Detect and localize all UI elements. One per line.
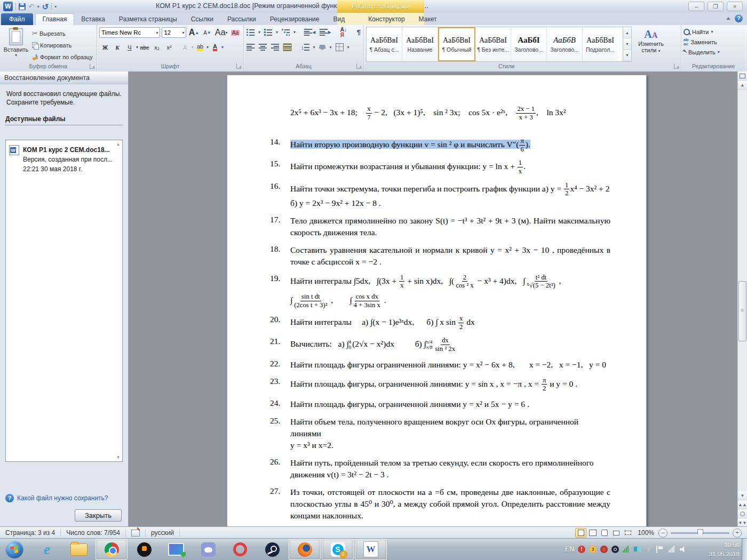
usb-safely-remove-icon[interactable] bbox=[645, 546, 653, 553]
language-indicator[interactable]: русский bbox=[146, 529, 180, 537]
which-file-help-link[interactable]: ? Какой файл нужно сохранить? bbox=[0, 492, 128, 505]
bullets-button[interactable] bbox=[246, 28, 255, 36]
restore-button[interactable]: ❐ bbox=[708, 2, 724, 11]
format-painter-button[interactable]: Формат по образцу bbox=[32, 51, 94, 62]
taskbar-file-explorer[interactable] bbox=[63, 539, 95, 560]
action-center-flag-icon[interactable] bbox=[656, 546, 665, 553]
alert-tray-icon[interactable]: ! bbox=[578, 546, 585, 553]
page-indicator[interactable]: Страница: 3 из 4 bbox=[0, 529, 61, 537]
text-effects-button[interactable]: А bbox=[179, 42, 191, 53]
taskbar-steam[interactable] bbox=[256, 539, 288, 560]
fullscreen-reading-view-icon[interactable] bbox=[587, 528, 598, 538]
taskbar-chrome[interactable] bbox=[96, 539, 128, 560]
zoom-out-icon[interactable]: – bbox=[658, 529, 667, 538]
close-panel-button[interactable]: Закрыть bbox=[75, 509, 122, 522]
style-item[interactable]: АаБбВвІ¶ Абзац с... bbox=[367, 27, 402, 61]
select-browse-object-icon[interactable] bbox=[738, 509, 747, 518]
styles-more-icon[interactable]: ▼ bbox=[623, 50, 631, 61]
customize-qat-icon[interactable]: ▾ bbox=[54, 4, 57, 9]
previous-page-icon[interactable]: ▲▲ bbox=[738, 500, 747, 509]
font-name-combo[interactable]: Times New Rc▾ bbox=[99, 27, 160, 38]
scrollbar-thumb[interactable] bbox=[738, 281, 746, 341]
italic-button[interactable]: К bbox=[112, 42, 123, 53]
highlight-color-button[interactable]: ab bbox=[194, 42, 206, 53]
taskbar-clock[interactable]: 10:56 31.05.2018 bbox=[709, 541, 740, 558]
styles-dialog-launcher-icon[interactable] bbox=[674, 63, 679, 69]
tab-table-layout[interactable]: Макет bbox=[412, 14, 444, 25]
numbering-button[interactable] bbox=[264, 28, 273, 36]
tab-insert[interactable]: Вставка bbox=[74, 14, 112, 25]
draft-view-icon[interactable] bbox=[622, 528, 633, 538]
word-count[interactable]: Число слов: 7/954 bbox=[61, 529, 126, 537]
list-scroll-down-icon[interactable]: ▼ bbox=[116, 455, 121, 460]
tab-view[interactable]: Вид bbox=[326, 14, 352, 25]
tab-home[interactable]: Главная bbox=[35, 13, 75, 25]
zoom-slider[interactable] bbox=[671, 532, 729, 534]
proofing-status[interactable] bbox=[126, 529, 146, 537]
redo-icon[interactable]: ↺ bbox=[42, 3, 49, 11]
zoom-in-icon[interactable]: + bbox=[733, 529, 742, 538]
save-icon[interactable] bbox=[19, 3, 26, 10]
show-marks-button[interactable] bbox=[356, 28, 361, 37]
font-dialog-launcher-icon[interactable] bbox=[236, 63, 242, 69]
change-case-button[interactable]: Аа▾ bbox=[214, 27, 228, 38]
taskbar-internet-explorer[interactable]: e bbox=[31, 539, 63, 560]
replace-button[interactable]: abасЗаменить bbox=[684, 37, 743, 47]
shading-icon[interactable] bbox=[319, 44, 327, 51]
skype-tray-icon[interactable]: 3 bbox=[589, 546, 597, 553]
superscript-button[interactable]: x² bbox=[163, 42, 175, 53]
clipboard-dialog-launcher-icon[interactable] bbox=[90, 63, 95, 69]
scroll-down-icon[interactable]: ▼ bbox=[738, 491, 747, 500]
font-size-combo[interactable]: 12▾ bbox=[162, 27, 186, 38]
grow-font-button[interactable]: А▲ bbox=[188, 27, 200, 38]
tab-mailings[interactable]: Рассылки bbox=[220, 14, 263, 25]
undo-icon[interactable]: ↶ bbox=[28, 3, 35, 10]
justify-icon[interactable] bbox=[283, 43, 292, 51]
align-left-icon[interactable] bbox=[246, 43, 255, 51]
decrease-indent-icon[interactable]: ◀ bbox=[304, 28, 316, 36]
style-item[interactable]: АаБбВвІПодзагол... bbox=[583, 27, 618, 61]
minimize-button[interactable]: – bbox=[688, 2, 704, 11]
line-spacing-icon[interactable]: ↕ bbox=[300, 43, 310, 51]
style-item[interactable]: АаБбВЗаголово... bbox=[547, 27, 583, 61]
outline-view-icon[interactable] bbox=[610, 528, 622, 538]
tab-table-design[interactable]: Конструктор bbox=[361, 14, 411, 25]
taskbar-opera[interactable] bbox=[224, 539, 256, 560]
style-item-selected[interactable]: АаБбВвІ¶ Обычный bbox=[438, 27, 475, 61]
styles-scroll-down-icon[interactable]: ▼ bbox=[623, 38, 631, 50]
bold-button[interactable]: Ж bbox=[99, 42, 111, 53]
tab-page-layout[interactable]: Разметка страницы bbox=[112, 14, 184, 25]
app-tray-icon[interactable] bbox=[634, 546, 641, 553]
shrink-font-button[interactable]: А▼ bbox=[201, 27, 213, 38]
zoom-slider-thumb[interactable] bbox=[697, 529, 703, 538]
find-button[interactable]: Найти▾ bbox=[684, 27, 743, 37]
underline-button[interactable]: Ч bbox=[124, 42, 136, 53]
zoom-level[interactable]: 100% bbox=[638, 529, 654, 537]
tab-references[interactable]: Ссылки bbox=[184, 14, 220, 25]
select-button[interactable]: Выделить▾ bbox=[684, 47, 743, 57]
document-page[interactable]: 2x⁵ + 6x³ − 3x + 18; x7 − 2, (3x + 1)⁵, … bbox=[227, 75, 647, 527]
styles-scroll-up-icon[interactable]: ▲ bbox=[623, 27, 631, 38]
volume-icon[interactable] bbox=[680, 546, 687, 553]
copy-button[interactable]: Копировать bbox=[32, 39, 94, 51]
undo-dropdown-icon[interactable]: ▾ bbox=[37, 4, 39, 9]
web-layout-view-icon[interactable] bbox=[599, 528, 610, 538]
collapse-ribbon-icon[interactable] bbox=[726, 17, 730, 20]
cut-button[interactable]: Вырезать bbox=[32, 28, 94, 39]
wireless-signal-icon[interactable] bbox=[669, 546, 676, 553]
list-scroll-up-icon[interactable]: ▲ bbox=[116, 142, 121, 147]
tab-file[interactable]: Файл bbox=[1, 13, 33, 25]
steam-tray-icon[interactable] bbox=[611, 546, 619, 553]
font-color-button[interactable]: А bbox=[209, 42, 221, 53]
style-item[interactable]: АаБбВвІНазвание bbox=[402, 27, 438, 61]
multilevel-list-button[interactable] bbox=[281, 28, 290, 36]
strikethrough-button[interactable]: abc bbox=[139, 42, 150, 53]
taskbar-firefox[interactable] bbox=[289, 539, 321, 560]
style-item[interactable]: АаБбВвІ¶ Без инте... bbox=[475, 27, 511, 61]
show-desktop-button[interactable] bbox=[742, 539, 747, 560]
subscript-button[interactable]: x₂ bbox=[151, 42, 163, 53]
taskbar-word[interactable]: W bbox=[355, 539, 387, 560]
ruler-toggle-icon[interactable] bbox=[738, 71, 747, 81]
borders-icon[interactable] bbox=[335, 43, 344, 52]
tab-review[interactable]: Рецензирование bbox=[263, 14, 327, 25]
